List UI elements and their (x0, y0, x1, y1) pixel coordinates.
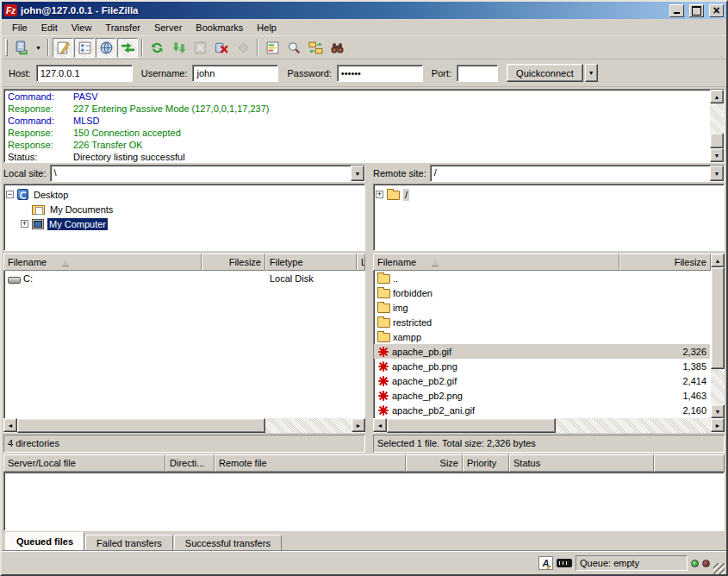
collapse-icon[interactable]: − (6, 191, 14, 198)
find-files-icon[interactable] (327, 38, 347, 58)
remote-file-list[interactable]: .. forbidden img restricted (373, 271, 711, 418)
site-manager-dropdown-icon[interactable]: ▼ (33, 38, 44, 58)
synchronized-browsing-icon[interactable] (305, 38, 326, 58)
remote-site-combo[interactable]: / ▼ (430, 165, 725, 182)
remote-file-row[interactable]: apache_pb2.gif 2,414 (374, 373, 710, 388)
tab-queued-files[interactable]: Queued files (5, 532, 84, 551)
quickconnect-dropdown-button[interactable]: ▼ (585, 64, 598, 82)
local-file-list[interactable]: C: Local Disk (3, 271, 365, 418)
column-status[interactable]: Status (509, 454, 654, 472)
tree-item-label[interactable]: Desktop (32, 189, 70, 201)
maximize-button[interactable] (689, 4, 704, 17)
chevron-down-icon[interactable]: ▼ (710, 166, 724, 181)
log-scrollbar[interactable] (710, 90, 724, 162)
remote-horizontal-scrollbar[interactable] (373, 418, 725, 433)
close-button[interactable] (709, 4, 724, 17)
menu-view[interactable]: View (65, 21, 99, 34)
scroll-track[interactable] (710, 103, 724, 133)
scroll-track[interactable] (265, 418, 352, 433)
title-bar[interactable]: Fz john@127.0.0.1 - FileZilla (2, 2, 726, 19)
tree-item-root[interactable]: + / (376, 187, 722, 202)
remote-site-path[interactable]: / (431, 166, 710, 181)
scroll-down-icon[interactable] (711, 404, 725, 418)
disconnect-icon[interactable] (211, 38, 232, 58)
filename-filters-icon[interactable] (283, 38, 304, 58)
quickconnect-button[interactable]: Quickconnect (507, 64, 583, 82)
column-filetype[interactable]: Filetype (265, 254, 357, 271)
remote-file-row[interactable]: .. (374, 271, 710, 285)
process-queue-icon[interactable] (168, 38, 189, 58)
menu-bookmarks[interactable]: Bookmarks (189, 21, 250, 34)
tree-item-label[interactable]: My Computer (47, 218, 108, 230)
chevron-down-icon[interactable]: ▼ (351, 166, 364, 181)
column-filesize[interactable]: Filesize (619, 254, 711, 271)
expand-icon[interactable]: + (376, 191, 383, 198)
tree-item-label[interactable]: / (403, 189, 409, 201)
remote-vertical-scrollbar[interactable] (711, 254, 725, 418)
port-input[interactable] (457, 65, 498, 82)
scroll-left-icon[interactable] (3, 418, 17, 432)
menu-edit[interactable]: Edit (34, 21, 65, 34)
local-horizontal-scrollbar[interactable] (3, 418, 365, 433)
scroll-thumb[interactable] (17, 418, 265, 433)
scroll-left-icon[interactable] (373, 418, 387, 432)
column-last-modified[interactable]: L (357, 254, 365, 271)
remote-file-row[interactable]: apache_pb2.png 1,463 (374, 388, 710, 403)
column-server-local-file[interactable]: Server/Local file (3, 454, 165, 472)
resize-grip[interactable] (713, 563, 725, 574)
column-remote-file[interactable]: Remote file (215, 454, 406, 472)
local-site-combo[interactable]: \ ▼ (50, 165, 365, 182)
remote-file-row[interactable]: apache_pb2_ani.gif 2,160 (374, 403, 710, 417)
menu-help[interactable]: Help (250, 21, 283, 34)
remote-file-row[interactable]: restricted (374, 315, 710, 329)
local-file-row[interactable]: C: Local Disk (4, 271, 364, 285)
host-input[interactable] (36, 65, 133, 82)
scroll-right-icon[interactable] (352, 418, 365, 432)
toolbar-grip[interactable] (5, 39, 8, 56)
reconnect-icon[interactable] (233, 38, 253, 58)
scroll-thumb[interactable] (711, 267, 725, 369)
column-direction[interactable]: Directi... (165, 454, 215, 472)
cancel-operation-icon[interactable] (190, 38, 210, 58)
tab-successful-transfers[interactable]: Successful transfers (174, 535, 282, 551)
tree-item-my-computer[interactable]: + My Computer (6, 216, 363, 231)
tree-item-my-documents[interactable]: My Documents (6, 202, 363, 216)
scroll-up-icon[interactable] (710, 90, 724, 103)
tree-item-label[interactable]: My Documents (48, 203, 115, 216)
queue-list[interactable] (3, 472, 725, 531)
toggle-remote-tree-icon[interactable] (96, 38, 116, 58)
remote-file-row[interactable]: xampp (374, 329, 710, 344)
column-filename[interactable]: Filename (373, 254, 619, 271)
site-manager-icon[interactable] (11, 38, 32, 58)
tab-failed-transfers[interactable]: Failed transfers (85, 535, 173, 551)
remote-file-row[interactable]: forbidden (374, 285, 710, 300)
pane-splitter[interactable] (368, 165, 370, 453)
directory-comparison-icon[interactable] (262, 38, 283, 58)
scroll-down-icon[interactable] (710, 148, 724, 162)
toggle-transfer-queue-icon[interactable] (117, 38, 138, 58)
toggle-local-tree-icon[interactable] (74, 38, 95, 58)
column-filesize[interactable]: Filesize (202, 254, 265, 271)
scroll-track[interactable] (556, 418, 711, 433)
scroll-thumb[interactable] (710, 133, 724, 148)
column-size[interactable]: Size (406, 454, 463, 472)
refresh-icon[interactable] (146, 38, 167, 58)
local-site-path[interactable]: \ (51, 166, 351, 181)
menu-server[interactable]: Server (147, 21, 189, 34)
username-input[interactable] (192, 65, 278, 82)
tree-item-desktop[interactable]: − Desktop (6, 187, 363, 202)
toggle-message-log-icon[interactable] (53, 38, 73, 58)
remote-file-row-selected[interactable]: apache_pb.gif 2,326 (374, 344, 710, 359)
column-priority[interactable]: Priority (463, 454, 509, 472)
minimize-button[interactable] (669, 4, 684, 17)
scroll-thumb[interactable] (387, 418, 556, 433)
column-filename[interactable]: Filename (3, 254, 202, 271)
menu-transfer[interactable]: Transfer (98, 21, 147, 34)
scroll-up-icon[interactable] (711, 254, 725, 267)
remote-file-row[interactable]: apache_pb.png 1,385 (374, 359, 710, 373)
remote-file-row[interactable]: img (374, 300, 710, 315)
scroll-track[interactable] (711, 369, 725, 404)
menu-file[interactable]: File (5, 21, 34, 34)
expand-icon[interactable]: + (21, 220, 28, 228)
password-input[interactable] (337, 65, 423, 82)
